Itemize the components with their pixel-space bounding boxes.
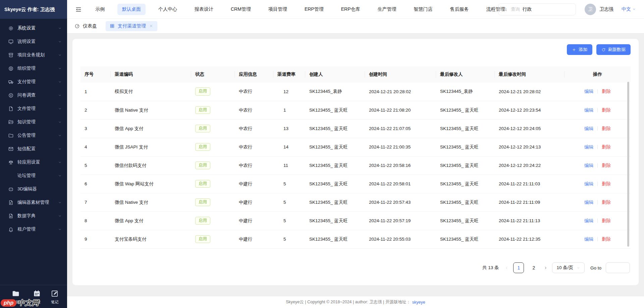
delete-link[interactable]: 删除 <box>602 108 611 113</box>
cell-rate: 13 <box>273 119 305 138</box>
sidebar-item[interactable]: 短信配置 <box>0 142 67 156</box>
sidebar-shortcut[interactable]: 笔记 <box>51 290 59 305</box>
avatar[interactable]: 卫 <box>585 4 596 15</box>
add-button[interactable]: 添加 <box>567 44 592 55</box>
nav-tab[interactable]: 项目管理 <box>264 4 292 15</box>
delete-link[interactable]: 删除 <box>602 237 611 242</box>
sidebar-item[interactable]: 租户管理 <box>0 223 67 236</box>
sidebar-item[interactable]: 组织管理 <box>0 62 67 75</box>
table-scrollbar[interactable] <box>627 82 629 247</box>
php-cn-watermark: php 中文网 <box>1 298 39 307</box>
cell-code: 微信 App 支付 <box>111 211 191 230</box>
edit-link[interactable]: 编辑 <box>584 89 593 94</box>
sidebar-item[interactable]: 系统设置 <box>0 21 67 35</box>
svg-text:P: P <box>10 202 12 204</box>
chevron-down-icon <box>58 161 62 164</box>
sidebar-item[interactable]: 问卷调查 <box>0 88 67 102</box>
sidebar-item[interactable]: R 数据字典 <box>0 209 67 223</box>
sidebar-item[interactable]: 知识管理 <box>0 115 67 129</box>
sidebar-item-icon <box>8 25 14 31</box>
delete-link[interactable]: 删除 <box>602 89 611 94</box>
cell-creator: SK123455_ 蓝天旺 <box>305 211 365 230</box>
sidebar-item-icon <box>8 227 14 232</box>
nav-tab[interactable]: CRM管理 <box>226 4 256 15</box>
edit-link[interactable]: 编辑 <box>584 144 593 149</box>
edit-link[interactable]: 编辑 <box>584 200 593 205</box>
sidebar: Skyeye云 作者: 卫志强 系统设置 说明设置 项目业务规划 <box>0 0 67 308</box>
chevron-down-icon <box>58 80 62 84</box>
sidebar-item[interactable]: 论坛管理 <box>0 169 67 182</box>
cell-actions: 编辑删除 <box>565 82 631 101</box>
next-page-button[interactable] <box>543 266 548 270</box>
svg-text:R: R <box>10 215 12 218</box>
delete-link[interactable]: 删除 <box>602 218 611 223</box>
search-box[interactable] <box>498 3 576 15</box>
user-name[interactable]: 卫志强 <box>599 6 613 12</box>
nav-tab[interactable]: 报表设计 <box>190 4 218 15</box>
prev-page-button[interactable] <box>504 266 509 270</box>
sidebar-item[interactable]: 支付管理 <box>0 75 67 88</box>
sidebar-item[interactable]: 说明设置 <box>0 35 67 48</box>
sidebar-item[interactable]: P 编辑器素材管理 <box>0 196 67 209</box>
edit-link[interactable]: 编辑 <box>584 126 593 131</box>
goto-page-input[interactable] <box>606 262 630 273</box>
chevron-down-icon <box>632 7 636 11</box>
delete-link[interactable]: 删除 <box>602 126 611 131</box>
nav-tab[interactable]: ERP仓库 <box>336 4 365 15</box>
nav-tab[interactable]: 智慧门店 <box>409 4 437 15</box>
cell-modified: 2024-12-12 20:24:05 <box>495 119 565 138</box>
source-link[interactable]: skyeye <box>412 300 425 305</box>
edit-link[interactable]: 编辑 <box>584 237 593 242</box>
sidebar-item-icon <box>8 186 14 192</box>
sidebar-item[interactable]: 文件管理 <box>0 102 67 115</box>
search-input[interactable] <box>510 6 572 12</box>
cell-modified: 2024-11-22 21:12:35 <box>495 230 565 248</box>
sidebar-item[interactable]: 轻应用设置 <box>0 156 67 169</box>
page-footer: Skyeye云 | Copyright © 2018~2024 | author… <box>67 296 644 308</box>
sidebar-item[interactable]: 3D编辑器 <box>0 182 67 196</box>
nav-tab[interactable]: 默认桌面 <box>117 4 146 15</box>
edit-link[interactable]: 编辑 <box>584 181 593 186</box>
active-page-tab[interactable]: 支付渠道管理 <box>106 21 157 31</box>
edit-link[interactable]: 编辑 <box>584 108 593 113</box>
sidebar-item[interactable]: 项目业务规划 <box>0 48 67 62</box>
sidebar-item-icon <box>8 93 14 98</box>
nav-tab[interactable]: 示例 <box>91 4 109 15</box>
cell-modifier: SK123455_ 蓝天旺 <box>436 156 495 175</box>
cell-app: 中建行 <box>235 230 273 248</box>
cell-creator: SK123445_袁静 <box>305 82 365 101</box>
page-button-2[interactable]: 2 <box>528 262 539 273</box>
edit-link[interactable]: 编辑 <box>584 163 593 168</box>
sidebar-item-label: 项目业务规划 <box>17 52 58 58</box>
dashboard-tab[interactable]: 仪表盘 <box>74 23 97 29</box>
page-button-1[interactable]: 1 <box>513 262 524 273</box>
collapse-sidebar-icon[interactable] <box>75 6 82 13</box>
sidebar-item[interactable]: 公告管理 <box>0 129 67 142</box>
cell-modifier: SK123455_ 蓝天旺 <box>436 138 495 156</box>
delete-link[interactable]: 删除 <box>602 163 611 168</box>
delete-link[interactable]: 删除 <box>602 200 611 205</box>
nav-tab[interactable]: 售后服务 <box>445 4 473 15</box>
page-size-select[interactable]: 10 条/页 <box>552 262 585 273</box>
sidebar-item-icon <box>8 66 14 71</box>
column-header-app: 应用信息 <box>235 66 273 82</box>
cell-actions: 编辑删除 <box>565 211 631 230</box>
nav-tab[interactable]: 生产管理 <box>373 4 401 15</box>
sidebar-item-icon <box>8 52 14 58</box>
delete-link[interactable]: 删除 <box>602 181 611 186</box>
status-badge: 启用 <box>195 106 210 114</box>
chevron-down-icon <box>58 94 62 97</box>
delete-link[interactable]: 删除 <box>602 144 611 149</box>
cell-rate: 1 <box>273 101 305 119</box>
edit-link[interactable]: 编辑 <box>584 218 593 223</box>
cell-modifier: SK123455_ 蓝天旺 <box>436 119 495 138</box>
sidebar-item-label: 支付管理 <box>17 79 58 85</box>
language-selector[interactable]: 中文 <box>622 6 636 12</box>
close-icon[interactable] <box>149 24 153 28</box>
total-count: 共 13 条 <box>482 265 499 271</box>
cell-created: 2024-11-22 21:07:05 <box>365 119 436 138</box>
nav-tab[interactable]: 个人中心 <box>154 4 182 15</box>
cell-status: 启用 <box>191 230 235 248</box>
refresh-button[interactable]: 刷新数据 <box>596 44 631 55</box>
nav-tab[interactable]: ERP管理 <box>300 4 328 15</box>
